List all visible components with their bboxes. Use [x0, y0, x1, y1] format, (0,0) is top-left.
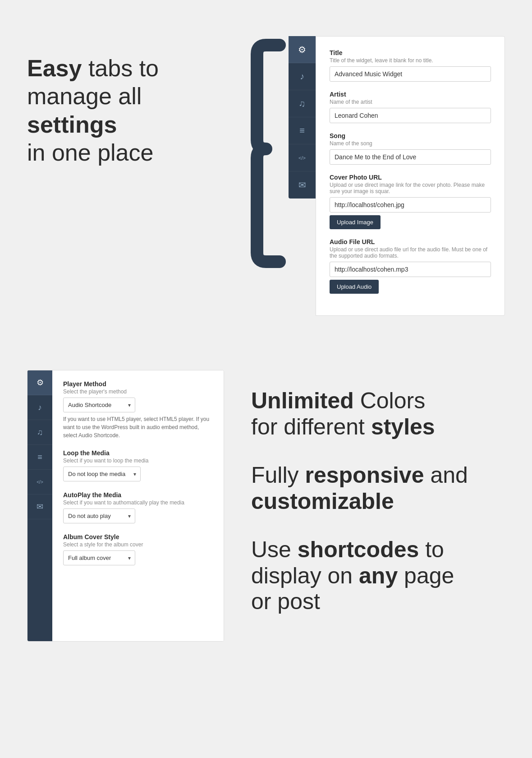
- doc-icon: ≡: [299, 125, 305, 136]
- bottom-note-icon: ♫: [37, 428, 43, 437]
- bottom-gear-icon: ⚙: [37, 378, 44, 388]
- bottom-tab-code[interactable]: </>: [28, 470, 52, 495]
- unlimited-colors-heading: Unlimited Colorsfor different styles: [251, 388, 505, 440]
- bracket-decoration: [243, 36, 289, 271]
- title-label: Title: [330, 49, 491, 56]
- bottom-settings-panel: Player Method Select the player's method…: [52, 370, 224, 641]
- autoplay-desc: Select if you want to authomatically pla…: [63, 499, 213, 506]
- hero-bold-2: settings: [27, 111, 117, 138]
- top-section: Easy tabs to manage all settings in one …: [0, 0, 532, 343]
- autoplay-select[interactable]: Do not auto play Auto play: [63, 508, 135, 523]
- cover-photo-desc: Upload or use direct image link for the …: [330, 182, 491, 194]
- music-icon: ♪: [300, 71, 304, 82]
- bottom-code-icon: </>: [37, 480, 43, 485]
- code-icon: </>: [298, 155, 306, 161]
- tab-note[interactable]: ♫: [289, 90, 316, 117]
- unlimited-colors-block: Unlimited Colorsfor different styles: [251, 388, 505, 440]
- loop-media-group: Loop the Media Select if you want to loo…: [63, 449, 213, 481]
- mail-icon: ✉: [298, 180, 306, 190]
- bottom-tab-doc[interactable]: ≡: [28, 445, 52, 470]
- bottom-tab-music[interactable]: ♪: [28, 395, 52, 420]
- bottom-widget: ⚙ ♪ ♫ ≡ </> ✉ Player Method Select t: [27, 370, 224, 642]
- hero-heading: Easy tabs to manage all settings in one …: [27, 54, 225, 167]
- album-cover-label: Album Cover Style: [63, 533, 213, 541]
- artist-label: Artist: [330, 91, 491, 98]
- tab-code[interactable]: </>: [289, 144, 316, 171]
- player-method-desc: Select the player's method: [63, 388, 213, 395]
- tab-doc[interactable]: ≡: [289, 117, 316, 144]
- cover-photo-label: Cover Photo URL: [330, 174, 491, 181]
- autoplay-select-wrapper: Do not auto play Auto play ▾: [63, 508, 135, 523]
- loop-media-select-wrapper: Do not loop the media Loop the media ▾: [63, 467, 141, 481]
- album-cover-desc: Select a style for the album cover: [63, 541, 213, 548]
- hero-bold-1: Easy: [27, 55, 82, 81]
- title-desc: Title of the widget, leave it blank for …: [330, 57, 491, 64]
- player-method-select-wrapper: Audio Shortcode HTML5 Player WordPress E…: [63, 397, 135, 412]
- note-icon: ♫: [299, 98, 306, 109]
- loop-media-desc: Select if you want to loop the media: [63, 458, 213, 464]
- sidebar-tabs: ⚙ ♪ ♫ ≡ </> ✉: [289, 36, 316, 199]
- audio-file-label: Audio File URL: [330, 238, 491, 245]
- upload-image-button[interactable]: Upload Image: [330, 215, 381, 229]
- cover-photo-field-group: Cover Photo URL Upload or use direct ima…: [330, 174, 491, 229]
- loop-media-label: Loop the Media: [63, 449, 213, 457]
- album-cover-select[interactable]: Full album cover Thumbnail Hidden: [63, 550, 135, 565]
- bottom-sidebar-tabs: ⚙ ♪ ♫ ≡ </> ✉: [28, 370, 52, 641]
- title-field-group: Title Title of the widget, leave it blan…: [330, 49, 491, 82]
- audio-file-field-group: Audio File URL Upload or use direct audi…: [330, 238, 491, 294]
- artist-field-group: Artist Name of the artist: [330, 91, 491, 123]
- player-method-select[interactable]: Audio Shortcode HTML5 Player WordPress E…: [63, 397, 135, 412]
- settings-panel: Title Title of the widget, leave it blan…: [316, 36, 505, 316]
- song-field-group: Song Name of the song: [330, 132, 491, 165]
- shortcodes-heading: Use shortcodes todisplay on any pageor p…: [251, 537, 505, 615]
- bottom-tab-general[interactable]: ⚙: [28, 370, 52, 395]
- section-divider: [0, 343, 532, 370]
- album-cover-select-wrapper: Full album cover Thumbnail Hidden ▾: [63, 550, 135, 565]
- album-cover-group: Album Cover Style Select a style for the…: [63, 533, 213, 565]
- artist-input[interactable]: [330, 108, 491, 123]
- right-text-section: Unlimited Colorsfor different styles Ful…: [251, 370, 505, 638]
- player-method-group: Player Method Select the player's method…: [63, 380, 213, 439]
- artist-desc: Name of the artist: [330, 99, 491, 105]
- loop-media-select[interactable]: Do not loop the media Loop the media: [63, 467, 141, 481]
- autoplay-label: AutoPlay the Media: [63, 491, 213, 499]
- audio-file-input[interactable]: [330, 262, 491, 277]
- responsive-block: Fully responsive andcustomizable: [251, 462, 505, 514]
- title-input[interactable]: [330, 66, 491, 82]
- player-method-helper: If you want to use HTML5 player, select …: [63, 415, 213, 439]
- song-input[interactable]: [330, 149, 491, 165]
- tab-mail[interactable]: ✉: [289, 171, 316, 199]
- bottom-section: ⚙ ♪ ♫ ≡ </> ✉ Player Method Select t: [0, 370, 532, 678]
- bottom-doc-icon: ≡: [37, 453, 42, 462]
- upload-audio-button[interactable]: Upload Audio: [330, 280, 379, 294]
- hero-text: Easy tabs to manage all settings in one …: [27, 36, 225, 167]
- bottom-mail-icon: ✉: [37, 502, 43, 512]
- bracket-widget: ⚙ ♪ ♫ ≡ </> ✉ Title Title of the wid: [243, 36, 505, 316]
- bottom-tab-mail[interactable]: ✉: [28, 495, 52, 519]
- tab-general[interactable]: ⚙: [289, 36, 316, 63]
- bottom-music-icon: ♪: [38, 403, 42, 412]
- shortcodes-block: Use shortcodes todisplay on any pageor p…: [251, 537, 505, 615]
- song-desc: Name of the song: [330, 140, 491, 147]
- responsive-heading: Fully responsive andcustomizable: [251, 462, 505, 514]
- audio-file-desc: Upload or use direct audio file url for …: [330, 246, 491, 259]
- gear-icon: ⚙: [298, 44, 306, 55]
- autoplay-group: AutoPlay the Media Select if you want to…: [63, 491, 213, 523]
- bottom-tab-note[interactable]: ♫: [28, 420, 52, 445]
- cover-photo-input[interactable]: [330, 197, 491, 213]
- song-label: Song: [330, 132, 491, 139]
- player-method-label: Player Method: [63, 380, 213, 388]
- tab-music[interactable]: ♪: [289, 63, 316, 90]
